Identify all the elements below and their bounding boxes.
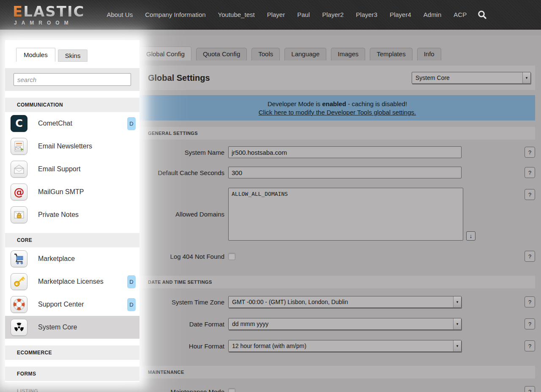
section-general-settings: GENERAL SETTINGS [139,127,535,140]
allowed-domains-control: ALLOW_ALL_DOMAINS ↓ [228,188,463,241]
notice-link-row: Click here to modify the Developer Tools… [139,109,535,116]
chevron-down-icon[interactable]: ▾ [453,318,461,329]
log-404-row: Log 404 Not Found ? [139,246,535,267]
default-badge: D [127,117,136,130]
general-settings-rows: System Name ? Default Cache Seconds ? Al… [139,140,535,269]
help-button[interactable]: ? [525,296,535,307]
nav-item-player4[interactable]: Player4 [390,11,411,18]
chevron-down-icon[interactable]: ▾ [453,340,461,351]
module-selector-value: System Core [415,74,450,81]
sidebar-section-communication: COMMUNICATION [5,98,139,112]
developer-tools-link[interactable]: Click here to modify the Developer Tools… [259,109,416,116]
hour-format-label: Hour Format [139,343,228,350]
logo-letter-e: E [13,3,23,20]
shopping-cart-icon [11,250,27,267]
maintenance-rows: Maintenance Mode ? [139,378,535,392]
maintenance-mode-label: Maintenance Mode [139,388,228,392]
tab-images[interactable]: Images [331,48,365,60]
default-cache-seconds-label: Default Cache Seconds [139,169,228,176]
system-time-zone-label: System Time Zone [139,299,228,306]
navbar-shadow-strip [0,30,541,36]
nav-item-player2[interactable]: Player2 [322,11,344,18]
lifebuoy-icon [11,296,27,313]
notice-text: Developer Mode is enabled - caching is d… [139,100,535,107]
nav-item-admin[interactable]: Admin [424,11,442,18]
default-cache-seconds-input[interactable] [228,167,462,178]
module-selector[interactable]: System Core ▾ [412,72,531,84]
tab-info[interactable]: Info [417,48,441,60]
chevron-down-icon[interactable]: ▾ [453,296,461,307]
sidebar-item-marketplace-licenses[interactable]: Marketplace Licenses D [5,270,139,293]
tab-skins[interactable]: Skins [58,49,88,62]
help-button[interactable]: ? [525,189,535,200]
nav-item-acp[interactable]: ACP [454,11,467,18]
system-time-zone-row: System Time Zone GMT -00:00 - (GMT) Lisb… [139,291,535,313]
system-name-label: System Name [139,149,228,156]
developer-mode-notice: Developer Mode is enabled - caching is d… [139,95,535,121]
sidebar-item-mailgun-smtp[interactable]: @ MailGun SMTP [5,181,139,203]
system-name-input[interactable] [228,146,462,158]
sidebar-item-private-notes[interactable]: Private Notes [5,203,139,226]
maintenance-mode-row: Maintenance Mode ? [139,381,535,392]
nav-item-youtube-test[interactable]: Youtube_test [218,11,255,18]
sidebar-item-email-support[interactable]: Email Support [5,158,139,181]
help-button[interactable]: ? [525,251,535,262]
allowed-domains-row: Allowed Domains ALLOW_ALL_DOMAINS ↓ ? [139,183,535,246]
help-button[interactable]: ? [525,167,535,178]
date-format-row: Date Format dd mmm yyyy ▾ ? [139,313,535,335]
date-time-rows: System Time Zone GMT -00:00 - (GMT) Lisb… [139,288,535,359]
main-content: Global Config Quota Config Tools Languag… [139,47,535,392]
sidebar-item-support-center[interactable]: Support Center D [5,293,139,316]
site-logo[interactable]: ELASTIC JAMROOM [13,4,85,25]
allowed-domains-label: Allowed Domains [139,211,228,218]
search-input[interactable] [14,73,131,86]
log-404-checkbox[interactable] [228,253,235,260]
sidebar-section-core: CORE [5,233,139,247]
date-format-select[interactable]: dd mmm yyyy ▾ [228,318,462,330]
help-button[interactable]: ? [525,386,535,392]
allowed-domains-textarea[interactable]: ALLOW_ALL_DOMAINS [228,188,463,241]
help-button[interactable]: ? [525,340,535,351]
tab-modules[interactable]: Modules [16,48,55,62]
maintenance-mode-checkbox[interactable] [228,388,235,392]
page-title: Global Settings [148,73,210,83]
system-time-zone-select[interactable]: GMT -00:00 - (GMT) Lisbon, London, Dubli… [228,296,462,308]
expand-textarea-button[interactable]: ↓ [466,231,475,241]
nav-item-player[interactable]: Player [267,11,285,18]
help-button[interactable]: ? [525,318,535,329]
help-button[interactable]: ? [525,147,535,158]
hour-format-row: Hour Format 12 hour format (with am/pm) … [139,335,535,357]
sidebar-section-listing[interactable]: LISTING [5,383,139,392]
log-404-label: Log 404 Not Found [139,253,228,260]
default-badge: D [127,275,136,288]
newsletter-icon [11,138,27,155]
search-icon [478,10,487,19]
config-tabs: Global Config Quota Config Tools Languag… [139,47,535,60]
sidebar-section-ecommerce[interactable]: ECOMMERCE [5,345,139,360]
tab-quota-config[interactable]: Quota Config [196,48,247,60]
logo-text: ELASTIC [13,4,85,19]
sidebar-item-email-newsletters[interactable]: Email Newsletters [5,135,139,158]
nav-item-company-information[interactable]: Company Information [145,11,205,18]
system-name-row: System Name ? [139,142,535,162]
top-navbar: ELASTIC JAMROOM About Us Company Informa… [0,0,541,30]
email-envelope-icon [11,161,27,178]
tab-language[interactable]: Language [284,48,326,60]
hour-format-select[interactable]: 12 hour format (with am/pm) ▾ [228,340,462,352]
nav-item-paul[interactable]: Paul [297,11,310,18]
nav-item-player3[interactable]: Player3 [356,11,377,18]
search-button[interactable] [478,10,487,19]
tab-templates[interactable]: Templates [370,48,412,60]
sidebar-item-marketplace[interactable]: Marketplace [5,247,139,270]
section-maintenance: MAINTENANCE [139,366,535,378]
sidebar-tabs: Modules Skins [5,40,139,62]
at-sign-icon: @ [11,184,27,200]
sidebar-item-system-core[interactable]: System Core [5,316,139,339]
tab-tools[interactable]: Tools [251,48,280,60]
sidebar-item-cometchat[interactable]: C CometChat D [5,112,139,135]
section-date-time-settings: DATE AND TIME SETTINGS [139,276,535,288]
sidebar-section-forms[interactable]: FORMS [5,367,139,381]
tab-global-config[interactable]: Global Config [139,47,191,60]
chevron-down-icon[interactable]: ▾ [522,72,530,83]
nav-item-about-us[interactable]: About Us [107,11,133,18]
